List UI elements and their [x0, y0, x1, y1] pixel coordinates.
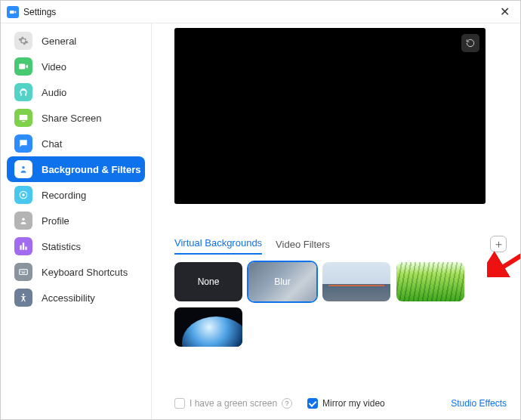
sidebar-item-label: Profile [42, 215, 69, 227]
sidebar-item-label: Audio [42, 87, 66, 98]
sidebar-item-label: Keyboard Shortcuts [42, 267, 128, 278]
svg-point-5 [23, 294, 24, 295]
sidebar-item-video[interactable]: Video [7, 54, 145, 79]
sidebar-item-recording[interactable]: Recording [7, 182, 145, 208]
thumb-label: Blur [274, 276, 290, 287]
statistics-icon [14, 237, 32, 255]
sidebar-item-keyboard-shortcuts[interactable]: Keyboard Shortcuts [7, 259, 145, 285]
titlebar: Settings ✕ [1, 1, 520, 23]
checkbox-label: I have a green screen [190, 398, 277, 409]
green-screen-checkbox[interactable]: I have a green screen ? [174, 398, 292, 409]
sidebar-item-label: Recording [42, 190, 86, 201]
add-background-button[interactable]: ＋ [490, 236, 507, 252]
thumb-label: None [198, 276, 220, 287]
background-icon [14, 160, 32, 178]
profile-icon [14, 212, 32, 230]
app-icon [7, 6, 19, 18]
footer: I have a green screen ? Mirror my video … [174, 391, 507, 412]
sidebar-item-background-filters[interactable]: Background & Filters [7, 156, 145, 182]
sidebar-item-statistics[interactable]: Statistics [7, 233, 145, 259]
gear-icon [14, 32, 32, 50]
thumb-grass[interactable] [396, 262, 464, 301]
sidebar-item-label: Chat [42, 138, 62, 150]
svg-point-2 [22, 193, 25, 196]
thumb-none[interactable]: None [174, 262, 242, 301]
thumb-earth[interactable] [174, 307, 242, 347]
sidebar-item-profile[interactable]: Profile [7, 208, 145, 233]
main-panel: Virtual Backgrounds Video Filters ＋ None… [152, 23, 520, 419]
sidebar-item-label: Statistics [42, 241, 81, 252]
svg-point-0 [22, 166, 25, 169]
sidebar-item-label: Background & Filters [42, 164, 140, 175]
checkbox-icon [307, 398, 318, 409]
sidebar-item-audio[interactable]: Audio [7, 79, 145, 105]
sidebar-item-label: General [42, 36, 76, 47]
video-preview [174, 28, 486, 204]
tabs: Virtual Backgrounds Video Filters ＋ [174, 236, 507, 255]
tab-video-filters[interactable]: Video Filters [276, 239, 330, 255]
sidebar-item-chat[interactable]: Chat [7, 131, 145, 156]
mirror-video-checkbox[interactable]: Mirror my video [307, 398, 385, 409]
tab-virtual-backgrounds[interactable]: Virtual Backgrounds [174, 237, 262, 255]
help-icon[interactable]: ? [282, 398, 292, 409]
share-screen-icon [14, 109, 32, 127]
headphones-icon [14, 83, 32, 101]
sidebar-item-label: Share Screen [42, 113, 102, 124]
thumb-blur[interactable]: Blur [248, 262, 316, 301]
background-thumbnails: None Blur [174, 262, 507, 347]
sidebar-item-general[interactable]: General [7, 28, 145, 54]
sidebar-item-label: Accessibility [42, 292, 95, 304]
checkbox-icon [174, 398, 185, 409]
video-icon [14, 57, 32, 76]
svg-rect-4 [20, 270, 28, 275]
accessibility-icon [14, 289, 32, 307]
rotate-button[interactable] [461, 34, 479, 52]
window-title: Settings [23, 7, 56, 17]
chat-icon [14, 134, 32, 153]
sidebar: General Video Audio Share Screen Chat Ba… [1, 23, 152, 419]
studio-effects-link[interactable]: Studio Effects [451, 398, 507, 409]
keyboard-icon [14, 263, 32, 281]
checkbox-label: Mirror my video [322, 398, 385, 409]
thumb-bridge[interactable] [322, 262, 390, 301]
sidebar-item-accessibility[interactable]: Accessibility [7, 285, 145, 310]
sidebar-item-label: Video [42, 61, 66, 73]
sidebar-item-share-screen[interactable]: Share Screen [7, 105, 145, 131]
svg-point-3 [22, 218, 25, 221]
close-button[interactable]: ✕ [495, 5, 514, 19]
record-icon [14, 186, 32, 204]
